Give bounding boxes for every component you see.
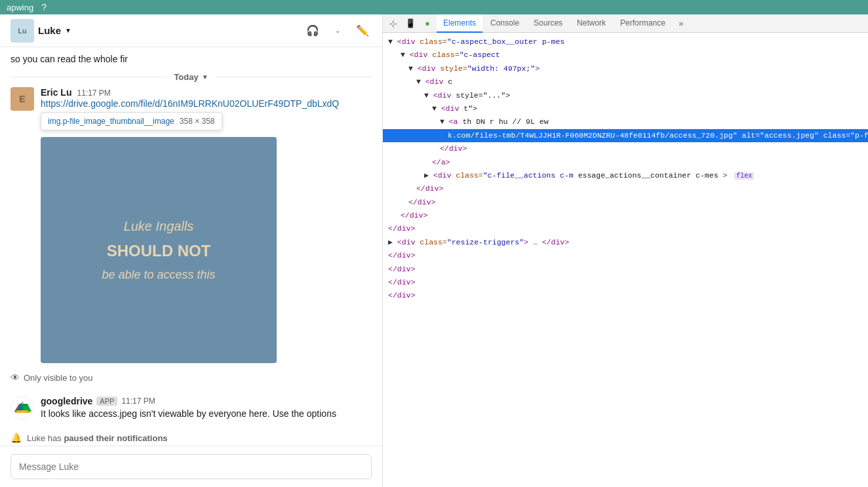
slack-header: Lu Luke ▼ 🎧 ⌄ ✏️ xyxy=(0,14,382,47)
tab-performance-label: Performance xyxy=(620,18,665,28)
tab-performance[interactable]: Performance xyxy=(614,14,672,33)
bell-icon: 🔔 xyxy=(10,433,22,443)
gdrive-text: It looks like access.jpeg isn't viewable… xyxy=(41,408,372,419)
dom-tag: <div xyxy=(418,64,436,73)
cursor-icon[interactable]: ⊹ xyxy=(385,16,401,31)
dom-tag: <div xyxy=(397,37,416,46)
collapse-arrow[interactable]: ▶ xyxy=(424,171,429,180)
chevron-down-icon[interactable]: ⌄ xyxy=(328,22,347,40)
headphones-icon[interactable]: 🎧 xyxy=(304,22,322,40)
dom-attr-name: class= xyxy=(456,171,483,180)
dom-line[interactable]: </a> xyxy=(383,156,868,169)
dom-line[interactable]: </div> xyxy=(383,182,868,195)
dom-tag: </div> xyxy=(401,211,427,220)
user-avatar: Lu xyxy=(10,19,34,43)
collapse-arrow[interactable]: ▼ xyxy=(388,37,393,46)
slack-panel: Lu Luke ▼ 🎧 ⌄ ✏️ so you can read the who… xyxy=(0,14,383,487)
collapse-arrow[interactable]: ▼ xyxy=(416,77,421,86)
help-icon[interactable]: ? xyxy=(41,2,47,12)
dom-tag: </div> xyxy=(388,291,415,300)
dom-line[interactable]: ▼ <div t"> xyxy=(383,102,868,115)
tab-elements[interactable]: Elements xyxy=(437,14,483,33)
tab-console-label: Console xyxy=(490,18,519,28)
dom-line[interactable]: ▶ <div class="c-file__actions c-m essage… xyxy=(383,169,868,182)
tab-network[interactable]: Network xyxy=(570,14,612,33)
dom-attr-name: class= xyxy=(420,37,446,46)
more-tabs-icon[interactable]: » xyxy=(673,16,689,31)
notification-item: 🔔 Luke has paused their notifications xyxy=(10,430,372,446)
app-topbar: apwing ? xyxy=(0,0,868,14)
preview-text-2: SHOULD NOT xyxy=(107,242,211,260)
dom-attr-name: class= xyxy=(432,50,459,59)
dom-line[interactable]: ▼ <div class="c-aspect xyxy=(383,49,868,62)
date-divider-text[interactable]: Today ▼ xyxy=(167,72,214,82)
slack-header-left: Lu Luke ▼ xyxy=(10,19,71,43)
collapse-arrow[interactable]: ▼ xyxy=(401,50,405,59)
dom-line[interactable]: </div> xyxy=(383,222,868,235)
dom-tag: </a> xyxy=(432,158,450,166)
dom-tag: <div xyxy=(433,91,452,100)
tab-elements-label: Elements xyxy=(443,18,476,28)
message-input-area xyxy=(0,446,382,487)
dom-line[interactable]: </div> xyxy=(383,263,868,276)
edit-icon[interactable]: ✏️ xyxy=(353,22,372,40)
dom-line[interactable]: </div> xyxy=(383,196,868,209)
message-header: Eric Lu 11:17 PM xyxy=(41,87,372,98)
dom-line[interactable]: </div> xyxy=(383,289,868,302)
dom-tag: </div> xyxy=(440,144,467,153)
gdrive-body: googledrive APP 11:17 PM It looks like a… xyxy=(41,396,372,419)
date-label: Today xyxy=(174,72,198,82)
eye-icon: 👁 xyxy=(10,372,20,383)
dom-attr-value: "width: 497px;" xyxy=(467,64,536,73)
record-icon[interactable]: ● xyxy=(420,16,435,31)
dom-line[interactable]: ▼ <div c xyxy=(383,75,868,88)
app-name: apwing xyxy=(7,3,33,12)
dom-panel[interactable]: ▼ <div class="c-aspect_box__outer p-mes … xyxy=(383,33,868,487)
message-item: E Eric Lu 11:17 PM https://drive.google.… xyxy=(10,87,372,363)
dom-line[interactable]: </div> xyxy=(383,142,868,155)
dom-line[interactable]: ▼ <div class="c-aspect_box__outer p-mes xyxy=(383,35,868,49)
dom-tag: <a xyxy=(449,117,458,126)
message-input[interactable] xyxy=(10,454,372,479)
collapse-arrow[interactable]: ▶ xyxy=(388,238,393,246)
dom-line[interactable]: ▼ <div style="width: 497px;"> xyxy=(383,62,868,75)
notif-bold: paused their notifications xyxy=(64,433,167,443)
tab-sources[interactable]: Sources xyxy=(527,14,569,33)
image-preview[interactable]: Luke Ingalls SHOULD NOT be able to acces… xyxy=(41,137,277,363)
dom-line[interactable]: ▼ <a th DN r hu // 9L ew xyxy=(383,115,868,128)
dom-tag: </div> xyxy=(388,251,415,260)
dom-line[interactable]: </div> xyxy=(383,276,868,289)
slack-messages: so you can read the whole fir Today ▼ E … xyxy=(0,47,382,446)
message-time: 11:17 PM xyxy=(77,88,110,98)
dom-line[interactable]: ▶ <div class="resize-triggers"> … </div> xyxy=(383,236,868,249)
date-chevron-icon[interactable]: ▼ xyxy=(202,73,208,81)
message-author: Eric Lu xyxy=(41,87,71,98)
eric-avatar: E xyxy=(10,87,34,111)
collapse-arrow[interactable]: ▼ xyxy=(440,117,444,126)
dom-line[interactable]: </div> xyxy=(383,209,868,222)
user-chevron-icon[interactable]: ▼ xyxy=(65,27,71,34)
divider-line xyxy=(10,77,167,77)
collapse-arrow[interactable]: ▼ xyxy=(408,64,413,73)
gdrive-header: googledrive APP 11:17 PM xyxy=(41,396,372,406)
preview-text-1: Luke Ingalls xyxy=(124,219,194,234)
dom-attr-value: "resize-triggers" xyxy=(447,238,524,246)
device-icon[interactable]: 📱 xyxy=(403,16,418,31)
intro-text: so you can read the whole fir xyxy=(10,54,372,64)
dom-line[interactable]: </div> xyxy=(383,249,868,262)
tab-sources-label: Sources xyxy=(534,18,562,28)
dom-tag: <div xyxy=(441,104,460,113)
visibility-text: Only visible to you xyxy=(24,373,93,383)
dom-line[interactable]: ▼ <div style="..."> xyxy=(383,89,868,102)
gdrive-message: googledrive APP 11:17 PM It looks like a… xyxy=(10,391,372,425)
tab-console[interactable]: Console xyxy=(484,14,526,33)
dom-selected-content: k.com/files-tmb/T4WLJJH1R-F060M2DNZRU-48… xyxy=(448,131,868,140)
dom-tag: <div xyxy=(433,171,452,180)
dom-attr-value: "c-aspect xyxy=(460,50,500,59)
slack-user-name: Luke xyxy=(38,25,61,36)
message-link[interactable]: https://drive.google.com/file/d/16nIM9LR… xyxy=(41,98,339,109)
dom-line-selected[interactable]: k.com/files-tmb/T4WLJJH1R-F060M2DNZRU-48… xyxy=(383,129,868,142)
collapse-arrow[interactable]: ▼ xyxy=(424,91,429,100)
date-divider: Today ▼ xyxy=(10,72,372,82)
collapse-arrow[interactable]: ▼ xyxy=(432,104,437,113)
